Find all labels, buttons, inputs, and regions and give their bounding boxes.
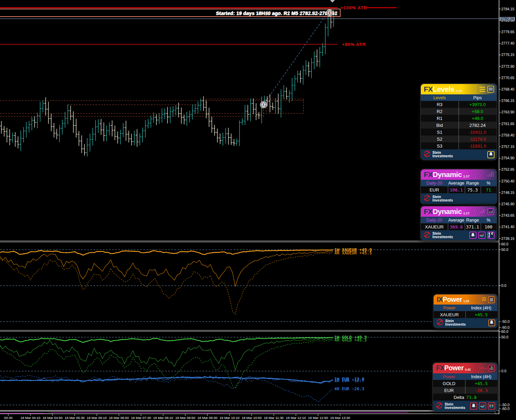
collapse-icon[interactable] — [487, 86, 494, 93]
ixpower-brand: IX — [437, 296, 443, 303]
price-axis-label: 2784.15 — [501, 7, 515, 11]
currencies-button[interactable]: $ €£ — [487, 232, 495, 239]
col-average: Average — [448, 181, 464, 186]
alert-bell-button[interactable] — [469, 232, 477, 239]
stein-line2: Investments — [433, 235, 453, 239]
indicator-line-4h-gold — [0, 340, 333, 388]
col-daily20: Daily-20 — [421, 181, 448, 186]
waves-box-icon[interactable] — [488, 296, 495, 303]
time-axis-label: 18 Mar 08:50 — [175, 416, 195, 420]
col-average: Average — [448, 218, 464, 223]
pips-cell: 2782.24 — [459, 123, 497, 128]
time-axis-label: 18 Mar 06:50 — [109, 416, 129, 420]
pane-scale-label: -60.0 — [501, 325, 510, 329]
bid-price-tag: 2782.24 — [500, 17, 515, 21]
fxpower-panel: FXPower4.42 Power Index (4H) GOLD +45.5 — [433, 363, 497, 411]
index-cell: -26.3 — [465, 388, 497, 393]
level-cell: R3 — [421, 102, 459, 107]
price-axis-label: 2766.15 — [501, 99, 515, 103]
pips-cell: +49.0 — [459, 116, 497, 121]
time-axis-label: 18 Mar 04:10 — [20, 416, 40, 420]
time-axis-label: 18 Mar 08:10 — [153, 416, 173, 420]
bell-icon — [471, 403, 476, 409]
menu-icon[interactable] — [479, 87, 485, 92]
ixpower-footer: SteinInvestments — [434, 318, 497, 328]
pane-scale-label: 60.0 — [501, 242, 509, 246]
alert-bell-button[interactable] — [487, 151, 495, 158]
alert-bell-button[interactable] — [488, 319, 495, 326]
range-cell: 371.1 — [465, 224, 481, 230]
fxlevels-title: Levels — [433, 85, 454, 93]
indicator-line-1d-xaueur — [0, 251, 333, 287]
chart-lines-button[interactable] — [478, 232, 486, 239]
bell-icon — [489, 320, 494, 326]
trendline[interactable] — [265, 15, 326, 102]
fxpower-brand: FX — [436, 364, 444, 372]
pane-scale-label: 0.0 — [501, 369, 507, 373]
time-axis-label: 18 Mar 05:30 — [65, 416, 85, 420]
list-button[interactable] — [488, 402, 495, 410]
candles-down — [0, 11, 332, 156]
ixpower-version: 1.25 — [463, 299, 469, 303]
price-axis-label: 2759.40 — [501, 133, 515, 137]
time-axis-label: 18 Mar 13:30 — [330, 416, 350, 420]
col-power: Power — [434, 306, 465, 310]
fxlevels-panel: FXLevels1.20 Levels Pips R3+3973.0R2+58.… — [421, 84, 497, 160]
fxlevels-table-header: Levels Pips — [421, 94, 497, 101]
time-axis-label: 18 Mar 11:30 — [264, 416, 284, 420]
indicator-line-1w-gold — [0, 337, 333, 343]
col-index: Index (4H) — [465, 306, 497, 310]
fxdynamic-xaueur-table-header: Daily-20 Average Range % — [421, 217, 497, 223]
indicator-value-label: 4H XAUEUR +45.5 — [334, 251, 372, 255]
chart-lines-button[interactable] — [479, 402, 486, 410]
delta-label: Delta — [454, 395, 464, 400]
price-axis-label: 2779.65 — [501, 30, 515, 34]
table-row: XAUEUR 369.6 371.1 100 — [421, 223, 497, 230]
building-box-icon[interactable] — [488, 365, 495, 372]
pane-scale-label: -50.0 — [501, 319, 510, 324]
stein-line2: Investments — [445, 323, 466, 326]
symbol-cell: XAUEUR — [421, 224, 448, 230]
waves-icon[interactable] — [482, 297, 487, 303]
fxpower-table: GOLD +45.5 EUR -26.3 Delta 71.8 — [433, 380, 497, 401]
stein-line2: Investments — [433, 154, 453, 158]
fxdynamic-eur-brand: FX — [424, 170, 433, 179]
stein-line2: Investments — [445, 406, 465, 410]
histogram-triangles-icon[interactable] — [479, 208, 485, 215]
symbol-cell: XAUEUR — [434, 312, 465, 317]
pane-scale-label: 50.0 — [501, 248, 509, 252]
time-axis-label: 18 Mar 12:10 — [286, 416, 306, 420]
fxlevels-footer: SteinInvestments — [421, 149, 497, 160]
pips-cell: -11631.0 — [459, 143, 497, 149]
col-power: Power — [433, 374, 465, 379]
fxlevels-col-levels: Levels — [421, 95, 459, 100]
col-range: Range — [465, 181, 481, 186]
histogram-triangles-icon[interactable] — [487, 171, 494, 178]
alert-bell-button[interactable] — [470, 402, 477, 410]
time-axis-label: 18 Mar 06:10 — [87, 416, 107, 420]
fxdynamic-xaueur-footer: SteinInvestments $ €£ — [421, 230, 497, 240]
price-axis-label: 2770.65 — [501, 76, 515, 80]
fxlevels-version: 1.20 — [456, 89, 462, 93]
ixpower-title: Power — [443, 296, 462, 303]
fxpower-title: Power — [444, 364, 464, 372]
indicator-line-1w-xaueur — [0, 250, 333, 255]
pips-cell: -10411.0 — [459, 130, 497, 135]
ixpower-header[interactable]: IXPower1.25 — [434, 295, 497, 305]
fxdynamic-eur-table: EUR 106.1 75.3 71 — [421, 186, 497, 193]
fxpower-header[interactable]: FXPower4.42 — [433, 363, 497, 373]
price-axis-label: 2741.40 — [501, 225, 515, 229]
fxlevels-brand: FX — [424, 85, 433, 93]
symbol-cell: GOLD — [433, 381, 465, 386]
fxdynamic-eur-footer: SteinInvestments — [421, 193, 497, 204]
stein-logo-icon — [435, 402, 443, 411]
dashes-icon[interactable] — [480, 365, 487, 371]
fxlevels-header[interactable]: FXLevels1.20 — [421, 84, 497, 94]
time-axis-label: 18 Mar 12:50 — [308, 416, 328, 420]
fxdynamic-eur-header[interactable]: FXDynamic1.17 — [421, 169, 497, 180]
fxdynamic-xaueur-header[interactable]: FXDynamic1.17 — [421, 206, 497, 217]
fxdynamic-xaueur-brand: FX — [424, 207, 433, 216]
ixpower-table-header: Power Index (4H) — [434, 305, 497, 311]
histogram-box-icon[interactable] — [487, 208, 494, 215]
stein-logo-icon — [423, 194, 431, 203]
